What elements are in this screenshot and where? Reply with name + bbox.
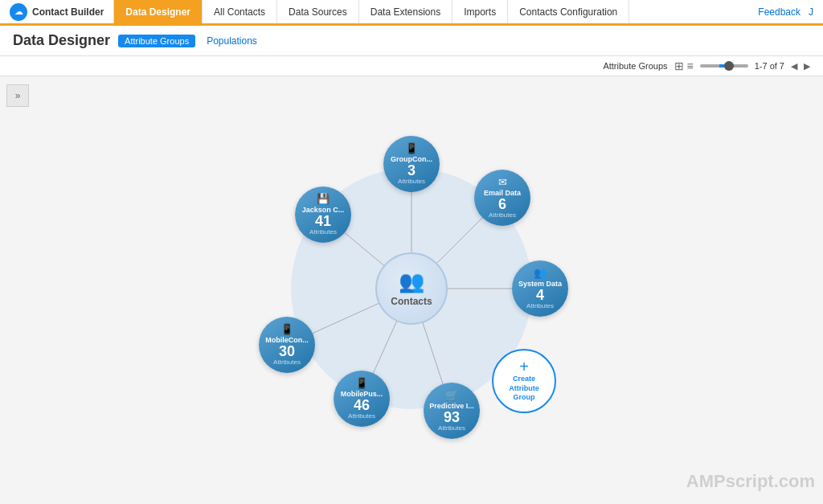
mobilecon-icon: 📱 xyxy=(280,323,293,335)
sidebar-toggle-button[interactable]: » xyxy=(6,84,29,107)
list-icon[interactable]: ≡ xyxy=(687,59,694,72)
create-attribute-group-node[interactable]: + CreateAttributeGroup xyxy=(492,349,556,413)
toolbar-label: Attribute Groups xyxy=(603,61,667,71)
groupcon-count: 3 xyxy=(407,163,416,178)
mobilepus-count: 46 xyxy=(354,398,370,412)
groupcon-attr: Attributes xyxy=(398,178,425,185)
tab-data-designer[interactable]: Data Designer xyxy=(114,0,203,23)
slider-handle[interactable] xyxy=(724,61,734,71)
page-header: Data Designer Attribute Groups Populatio… xyxy=(0,26,823,56)
toolbar-nav-icons: ⊞ ≡ xyxy=(674,59,694,72)
brand-icon: ☁ xyxy=(10,3,27,21)
contacts-label: Contacts xyxy=(391,296,432,307)
orbit-diagram: 👥 Contacts 📱 GroupCon... 3 Attributes ✉ … xyxy=(243,120,580,457)
jackson-attr: Attributes xyxy=(309,228,337,236)
top-navigation: ☁ Contact Builder Data Designer All Cont… xyxy=(0,0,823,26)
tab-data-sources[interactable]: Data Sources xyxy=(277,0,359,23)
mobilecon-count: 30 xyxy=(279,344,295,359)
email-attr: Attributes xyxy=(489,211,516,219)
groupcon-node[interactable]: 📱 GroupCon... 3 Attributes xyxy=(383,136,440,192)
contacts-icon: 👥 xyxy=(399,269,424,294)
email-count: 6 xyxy=(498,197,506,211)
predictive-count: 93 xyxy=(444,410,460,424)
create-label: CreateAttributeGroup xyxy=(509,375,539,403)
system-attr: Attributes xyxy=(526,302,554,309)
contacts-center-node[interactable]: 👥 Contacts xyxy=(375,252,448,325)
system-data-node[interactable]: 👥 System Data 4 Attributes xyxy=(512,260,568,317)
jackson-node[interactable]: 💾 Jackson C... 41 Attributes xyxy=(295,186,351,243)
attribute-groups-tab[interactable]: Attribute Groups xyxy=(118,35,195,47)
user-initial: J xyxy=(809,6,813,18)
mobilepus-attr: Attributes xyxy=(348,412,375,420)
tab-contacts-config[interactable]: Contacts Configuration xyxy=(508,0,629,23)
predictive-attr: Attributes xyxy=(438,424,465,432)
mobilecon-node[interactable]: 📱 MobileCon... 30 Attributes xyxy=(259,317,315,373)
page-title: Data Designer xyxy=(13,32,110,49)
system-icon: 👥 xyxy=(534,267,547,279)
mobilepus-node[interactable]: 📱 MobilePus... 46 Attributes xyxy=(334,371,390,427)
tab-data-extensions[interactable]: Data Extensions xyxy=(359,0,452,23)
feedback-link[interactable]: Feedback xyxy=(758,6,800,18)
attribute-groups-toolbar: Attribute Groups ⊞ ≡ 1-7 of 7 ◀ ▶ xyxy=(0,56,823,76)
brand-area: ☁ Contact Builder xyxy=(0,0,114,23)
next-page-icon[interactable]: ▶ xyxy=(804,61,810,72)
nav-right: Feedback J xyxy=(748,0,823,23)
tab-all-contacts[interactable]: All Contacts xyxy=(203,0,277,23)
email-data-node[interactable]: ✉ Email Data 6 Attributes xyxy=(474,170,530,226)
system-count: 4 xyxy=(536,288,544,302)
slider-area xyxy=(700,64,748,68)
email-icon: ✉ xyxy=(498,176,507,188)
zoom-slider[interactable] xyxy=(700,64,748,68)
plus-icon: + xyxy=(519,359,529,375)
prev-page-icon[interactable]: ◀ xyxy=(791,61,797,72)
nav-tabs: Data Designer All Contacts Data Sources … xyxy=(114,0,748,23)
main-content: » xyxy=(0,76,823,500)
populations-tab[interactable]: Populations xyxy=(203,34,260,48)
grid-icon[interactable]: ⊞ xyxy=(674,59,684,72)
predictive-node[interactable]: 🛒 Predictive I... 93 Attributes xyxy=(424,383,480,439)
groupcon-icon: 📱 xyxy=(405,142,418,154)
mobilecon-attr: Attributes xyxy=(273,359,301,366)
diagram-area: 👥 Contacts 📱 GroupCon... 3 Attributes ✉ … xyxy=(0,76,823,500)
brand-label: Contact Builder xyxy=(32,6,104,18)
page-count: 1-7 of 7 xyxy=(755,61,784,71)
jackson-icon: 💾 xyxy=(317,193,330,205)
tab-imports[interactable]: Imports xyxy=(452,0,508,23)
predictive-icon: 🛒 xyxy=(445,389,458,401)
mobilepus-icon: 📱 xyxy=(355,377,368,389)
jackson-count: 41 xyxy=(315,214,331,228)
